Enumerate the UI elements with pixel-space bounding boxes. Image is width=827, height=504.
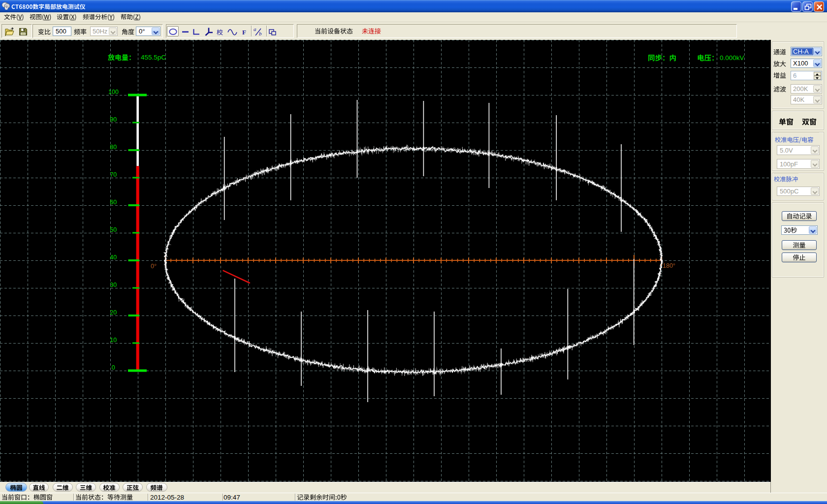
svg-text:60: 60: [110, 199, 117, 206]
svg-text:90: 90: [110, 116, 117, 123]
svg-text:30: 30: [110, 282, 117, 288]
svg-text:10: 10: [110, 337, 117, 344]
svg-text:F: F: [242, 29, 246, 36]
svg-text:a: a: [254, 26, 256, 32]
svg-text:20: 20: [110, 309, 117, 316]
svg-text:50: 50: [110, 226, 117, 233]
svg-text:80: 80: [110, 144, 117, 151]
svg-text:0°: 0°: [151, 263, 157, 270]
svg-text:70: 70: [110, 171, 117, 178]
svg-text:40: 40: [110, 254, 117, 261]
svg-text:180°: 180°: [663, 262, 675, 269]
svg-text:100: 100: [108, 89, 119, 95]
svg-text:0: 0: [112, 364, 115, 371]
svg-text:455.5pC: 455.5pC: [141, 54, 166, 61]
svg-text:b: b: [259, 31, 262, 36]
svg-text:0.000kV: 0.000kV: [720, 54, 744, 62]
